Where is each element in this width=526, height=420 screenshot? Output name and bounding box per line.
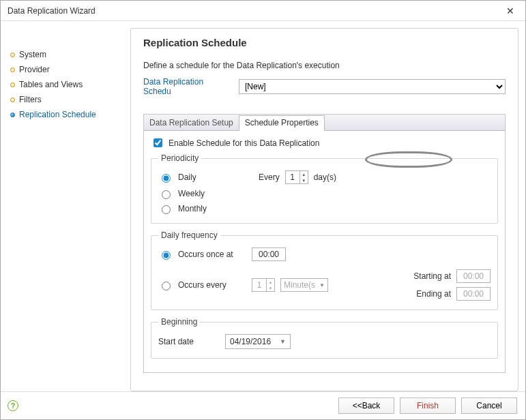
ending-at-time[interactable]: 00:00 <box>456 287 491 301</box>
chevron-down-icon: ▼ <box>280 338 286 345</box>
cancel-button[interactable]: Cancel <box>461 397 517 414</box>
occurs-every-radio[interactable] <box>162 282 171 290</box>
wizard-steps-sidebar: System Provider Tables and Views Filters… <box>8 28 123 391</box>
periodicity-monthly-label: Monthly <box>178 204 246 213</box>
sidebar-item-filters[interactable]: Filters <box>9 92 123 107</box>
back-button[interactable]: <<Back <box>338 397 394 414</box>
tab-content-schedule-properties: Enable Schedule for this Data Replicatio… <box>143 130 506 373</box>
wizard-footer: ? <<Back Finish Cancel <box>1 391 525 419</box>
tabs: Data Replication Setup Schedule Properti… <box>143 114 506 130</box>
every-label: Every <box>259 172 280 182</box>
occurs-every-stepper[interactable]: 1 ▲▼ <box>252 278 275 292</box>
page-title: Replication Schedule <box>143 37 506 48</box>
periodicity-monthly-radio[interactable] <box>162 205 171 214</box>
sidebar-item-system[interactable]: System <box>9 47 123 62</box>
main-panel: Replication Schedule Define a schedule f… <box>130 28 518 391</box>
step-bullet-icon <box>10 97 15 102</box>
sidebar-item-tables-views[interactable]: Tables and Views <box>9 77 123 92</box>
every-days-stepper[interactable]: 1 ▲▼ <box>285 170 308 184</box>
occurs-once-label: Occurs once at <box>178 250 246 259</box>
wizard-body: System Provider Tables and Views Filters… <box>1 21 525 391</box>
periodicity-weekly-radio[interactable] <box>162 190 171 199</box>
sidebar-item-label: Filters <box>19 95 42 104</box>
chevron-up-icon[interactable]: ▲ <box>267 279 274 285</box>
periodicity-weekly-label: Weekly <box>178 189 246 198</box>
start-date-label: Start date <box>158 337 220 346</box>
periodicity-legend: Periodicity <box>158 153 201 163</box>
step-bullet-icon <box>10 112 15 117</box>
chevron-up-icon[interactable]: ▲ <box>300 171 308 177</box>
days-suffix: day(s) <box>314 172 336 182</box>
sidebar-item-label: System <box>19 50 46 59</box>
sidebar-item-label: Tables and Views <box>19 80 83 89</box>
ending-at-label: Ending at <box>416 289 451 299</box>
titlebar: Data Replication Wizard ✕ <box>1 1 525 21</box>
periodicity-group: Periodicity Daily Every 1 ▲▼ day(s) Week… <box>151 153 498 224</box>
schedule-select[interactable]: [New] <box>239 79 506 94</box>
page-subtitle: Define a schedule for the Data Replicati… <box>143 61 506 70</box>
finish-button[interactable]: Finish <box>400 397 456 414</box>
sidebar-item-provider[interactable]: Provider <box>9 62 123 77</box>
close-icon[interactable]: ✕ <box>495 1 525 21</box>
chevron-down-icon[interactable]: ▼ <box>267 285 274 291</box>
sidebar-item-label: Provider <box>19 65 50 74</box>
sidebar-item-label: Replication Schedule <box>19 110 96 119</box>
chevron-down-icon[interactable]: ▼ <box>300 177 308 183</box>
beginning-legend: Beginning <box>158 317 200 327</box>
step-bullet-icon <box>10 68 15 72</box>
occurs-every-label: Occurs every <box>178 280 246 290</box>
help-icon[interactable]: ? <box>8 400 18 411</box>
chevron-down-icon: ▼ <box>319 282 325 288</box>
sidebar-item-replication-schedule[interactable]: Replication Schedule <box>9 107 123 122</box>
window-title: Data Replication Wizard <box>8 6 96 16</box>
step-bullet-icon <box>10 82 15 87</box>
enable-schedule-label: Enable Schedule for this Data Replicatio… <box>169 138 319 148</box>
daily-frequency-group: Daily frequency Occurs once at 00:00 Occ… <box>151 230 498 310</box>
daily-frequency-legend: Daily frequency <box>158 230 220 240</box>
occurs-once-time[interactable]: 00:00 <box>252 247 286 261</box>
beginning-group: Beginning Start date 04/19/2016 ▼ <box>151 317 498 359</box>
occurs-every-unit-select[interactable]: Minute(s▼ <box>280 278 328 292</box>
tab-schedule-properties[interactable]: Schedule Properties <box>239 115 325 131</box>
occurs-once-radio[interactable] <box>162 251 171 260</box>
start-date-picker[interactable]: 04/19/2016 ▼ <box>225 334 291 349</box>
periodicity-daily-radio[interactable] <box>162 174 171 183</box>
enable-schedule-checkbox[interactable] <box>154 138 162 147</box>
starting-at-time[interactable]: 00:00 <box>456 269 491 283</box>
schedule-select-label: Data Replication Schedu <box>143 77 233 96</box>
tab-setup[interactable]: Data Replication Setup <box>144 116 239 130</box>
starting-at-label: Starting at <box>413 271 451 281</box>
step-bullet-icon <box>10 52 15 57</box>
periodicity-daily-label: Daily <box>178 172 246 182</box>
